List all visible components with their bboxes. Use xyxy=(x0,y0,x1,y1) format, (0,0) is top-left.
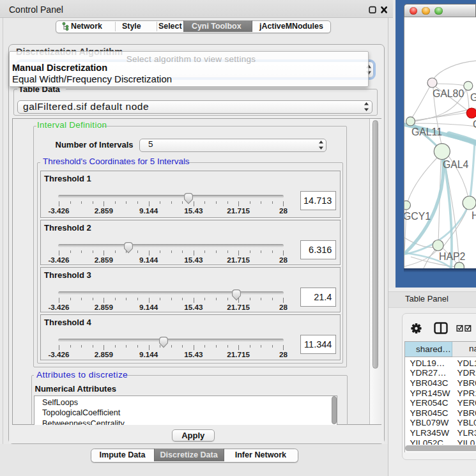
svg-text:GAL11: GAL11 xyxy=(411,127,442,137)
svg-text:H: H xyxy=(472,210,476,221)
svg-text:GAL80: GAL80 xyxy=(433,88,464,99)
svg-text:C: C xyxy=(473,119,476,130)
svg-text:GCY1: GCY1 xyxy=(404,211,431,222)
svg-text:GAL4: GAL4 xyxy=(443,159,469,170)
svg-text:G.: G. xyxy=(470,92,476,103)
svg-text:HAP2: HAP2 xyxy=(439,251,465,262)
